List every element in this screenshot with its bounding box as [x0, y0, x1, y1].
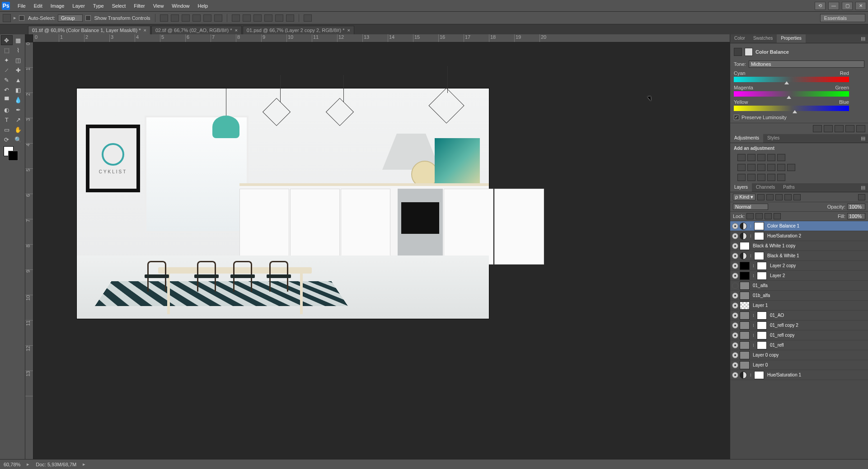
visibility-toggle-icon[interactable] [732, 293, 738, 299]
layer-name[interactable]: 01_alfa [751, 283, 768, 288]
menu-image[interactable]: Image [47, 3, 69, 9]
layer-row[interactable]: ⁞01_refl copy [730, 330, 868, 340]
visibility-toggle-icon[interactable] [732, 362, 738, 368]
layer-name[interactable]: 01b_alfa [751, 293, 770, 298]
panel-menu-icon[interactable]: ▤ [858, 183, 868, 192]
filter-smart-icon[interactable] [793, 194, 801, 200]
layer-row[interactable]: 01_alfa [730, 281, 868, 291]
gradient-tool[interactable]: ▀ [1, 95, 13, 105]
slider-value[interactable]: +6 [866, 93, 868, 98]
layer-name[interactable]: Black & White 1 copy [751, 243, 795, 248]
visibility-toggle-icon[interactable] [732, 233, 738, 239]
menu-layer[interactable]: Layer [68, 3, 89, 9]
panel-tab-swatches[interactable]: Swatches [749, 34, 777, 43]
close-tab-icon[interactable]: × [235, 28, 237, 33]
layer-thumbnail[interactable] [740, 242, 750, 250]
menu-view[interactable]: View [149, 3, 168, 9]
visibility-toggle-icon[interactable] [732, 223, 738, 229]
curves-adjustment-icon[interactable] [757, 154, 765, 161]
maximize-button[interactable]: ▢ [842, 2, 853, 10]
heal-tool[interactable]: ✚ [13, 65, 24, 75]
distribute-icon[interactable] [253, 14, 262, 22]
eraser-tool[interactable]: ◧ [13, 85, 24, 95]
filter-shape-icon[interactable] [784, 194, 792, 200]
document-tab[interactable]: 02.tif @ 66,7% (02_AO, RGB/8#) *× [151, 26, 242, 34]
distribute-icon[interactable] [286, 14, 294, 22]
color-slider[interactable] [734, 106, 849, 111]
document-tab[interactable]: 01.psd @ 66,7% (Layer 2 copy 2, RGB/8#) … [243, 26, 354, 34]
opacity-input[interactable]: 100% [847, 204, 865, 210]
panel-tab-styles[interactable]: Styles [763, 134, 784, 143]
layer-name[interactable]: Layer 1 [751, 303, 768, 308]
distribute-icon[interactable] [264, 14, 272, 22]
layer-name[interactable]: Layer 0 copy [751, 353, 779, 358]
layer-mask-thumbnail[interactable] [754, 232, 764, 240]
invert-adjustment-icon[interactable] [737, 174, 746, 181]
filter-adjust-icon[interactable] [766, 194, 774, 200]
panel-menu-icon[interactable]: ▤ [858, 34, 868, 43]
visibility-toggle-icon[interactable] [732, 352, 738, 358]
auto-select-dropdown[interactable]: Group [58, 14, 83, 22]
sync-icon[interactable]: ⟲ [815, 2, 826, 10]
panel-tab-adjustments[interactable]: Adjustments [730, 134, 763, 143]
lasso-tool[interactable]: ⌇ [13, 45, 24, 55]
document-tab[interactable]: 01.tif @ 60,8% (Color Balance 1, Layer M… [28, 26, 150, 34]
close-button[interactable]: ✕ [855, 2, 866, 10]
selective-color-adjustment-icon[interactable] [777, 174, 785, 181]
layer-row[interactable]: Layer 0 [730, 360, 868, 370]
panel-tab-color[interactable]: Color [730, 34, 749, 43]
layer-mask-thumbnail[interactable] [754, 252, 764, 260]
layer-row[interactable]: ⁞01_refl copy 2 [730, 320, 868, 330]
layer-mask-thumbnail[interactable] [757, 321, 767, 330]
menu-type[interactable]: Type [89, 3, 108, 9]
blur-tool[interactable]: 💧 [13, 95, 24, 105]
move-tool[interactable]: ✥ [1, 35, 13, 45]
layer-row[interactable]: ⁞Black & White 1 [730, 251, 868, 261]
filter-toggle-icon[interactable] [858, 194, 865, 200]
canvas-area[interactable]: 01234567891011121314151617181920 0123456… [25, 34, 730, 459]
3d-mode-icon[interactable] [304, 14, 312, 22]
layer-row[interactable]: ⁞Layer 2 copy [730, 261, 868, 271]
visibility-toggle-icon[interactable] [732, 253, 738, 259]
layer-name[interactable]: Layer 2 [768, 273, 785, 278]
balance-adjustment-icon[interactable] [747, 164, 755, 171]
preserve-luminosity-checkbox[interactable]: ✓ [734, 115, 739, 120]
layer-mask-thumbnail[interactable] [754, 371, 764, 379]
panel-menu-icon[interactable]: ▤ [858, 134, 868, 143]
visibility-toggle-icon[interactable] [732, 273, 738, 279]
close-tab-icon[interactable]: × [347, 28, 350, 33]
color-slider[interactable] [734, 77, 849, 82]
layer-row[interactable]: 01b_alfa [730, 291, 868, 301]
visibility-toggle-icon[interactable] [732, 243, 738, 249]
eyedropper-tool[interactable]: ⟋ [1, 65, 13, 75]
lock-transparent-icon[interactable] [746, 213, 754, 219]
layer-name[interactable]: Color Balance 1 [765, 223, 799, 228]
type-tool[interactable]: T [1, 115, 13, 125]
visibility-toggle-icon[interactable] [732, 372, 738, 378]
align-icon[interactable] [192, 14, 201, 22]
layer-row[interactable]: ⁞01_AO [730, 311, 868, 320]
layer-thumbnail[interactable] [740, 361, 750, 369]
visibility-icon[interactable] [845, 125, 854, 132]
brush-tool[interactable]: ✎ [1, 75, 13, 85]
layer-name[interactable]: 01_refl copy [768, 333, 794, 338]
stamp-tool[interactable]: ▲ [13, 75, 24, 85]
shape-tool[interactable]: ▭ [1, 125, 13, 135]
bw-adjustment-icon[interactable] [757, 164, 765, 171]
panel-tab-properties[interactable]: Properties [777, 34, 806, 43]
layer-row[interactable]: Layer 0 copy [730, 350, 868, 360]
lock-position-icon[interactable] [765, 213, 772, 219]
menu-filter[interactable]: Filter [130, 3, 149, 9]
lookup-adjustment-icon[interactable] [787, 164, 795, 171]
lock-all-icon[interactable] [774, 213, 781, 219]
filter-type-icon[interactable] [775, 194, 783, 200]
reset-icon[interactable] [835, 125, 844, 132]
color-swatches[interactable] [4, 146, 22, 163]
hand-tool[interactable]: ✋ [13, 125, 24, 135]
crop-tool[interactable]: ◫ [13, 55, 24, 65]
align-icon[interactable] [182, 14, 190, 22]
layer-thumbnail[interactable] [740, 331, 750, 339]
layer-name[interactable]: Hue/Saturation 2 [765, 233, 801, 238]
visibility-toggle-icon[interactable] [732, 332, 738, 339]
menu-help[interactable]: Help [193, 3, 212, 9]
